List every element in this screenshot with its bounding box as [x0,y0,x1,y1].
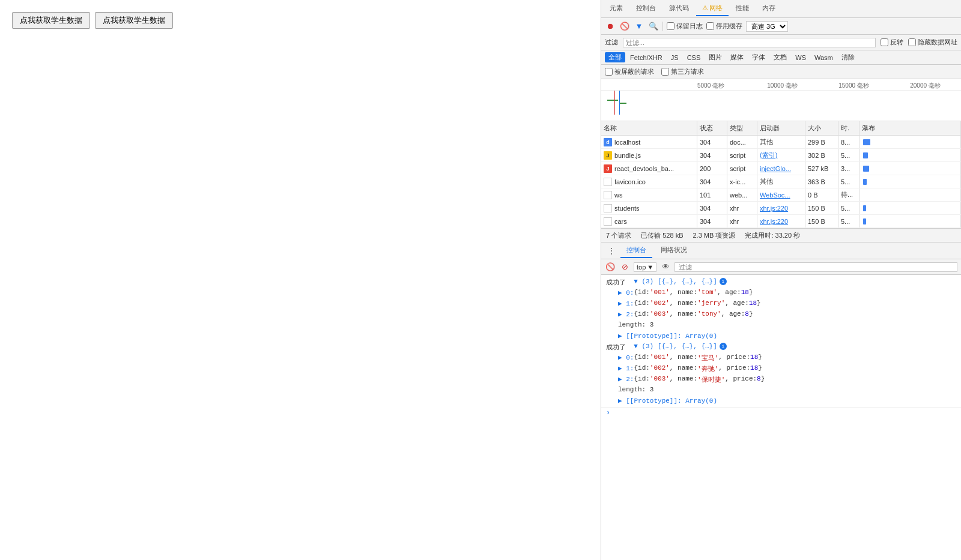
row-time-students: 5... [838,202,859,214]
blocked-requests-label[interactable]: 被屏蔽的请求 [605,67,654,76]
preserve-log-label[interactable]: 保留日志 [667,22,703,31]
type-font[interactable]: 字体 [748,52,769,62]
row-type-localhost: doc... [727,136,757,148]
expand-arrow-1[interactable]: ▼ (3) [{…}, {…}, {…}] [634,278,717,285]
devtools-panel: 元素 控制台 源代码 ⚠网络 性能 内存 ⏺ 🚫 ▼ 🔍 保留日志 停用缓存 高… [601,0,961,560]
car-2-id: '003' [650,375,670,382]
ws-icon [604,191,612,199]
get-students-button-1[interactable]: 点我获取学生数据 [12,12,90,29]
warning-icon: ⚠ [702,4,708,11]
disable-cache-checkbox[interactable] [706,22,714,30]
row-size-cars: 150 B [805,215,838,227]
expand-2[interactable]: ▶ 2: [618,310,634,318]
blocked-requests-checkbox[interactable] [605,68,613,76]
disable-cache-label[interactable]: 停用缓存 [706,22,742,31]
item-1-id: '002' [650,300,670,307]
table-row[interactable]: Jbundle.js 304 script (索引) 302 B 5... [601,149,961,162]
table-row[interactable]: students 304 xhr xhr.js:220 150 B 5... [601,202,961,215]
console-line-item-1: ▶ 1: {id: '002' , name: 'jerry' , age: 1… [601,299,961,310]
record-button[interactable]: ⏺ [605,21,616,32]
row-waterfall-favicon [859,175,961,188]
table-row[interactable]: cars 304 xhr xhr.js:220 150 B 5... [601,215,961,228]
table-row[interactable]: dlocalhost 304 doc... 其他 299 B 8... [601,136,961,149]
expand-1[interactable]: ▶ 1: [618,300,634,307]
row-name-favicon: favicon.ico [601,175,697,188]
car-1-end: } [758,364,762,372]
type-clear[interactable]: 清除 [838,52,858,62]
console-input[interactable] [614,409,956,417]
hide-data-urls-text: 隐藏数据网址 [918,38,957,47]
item-1-text: {id: [634,300,649,307]
search-button[interactable]: 🔍 [648,21,659,32]
row-name-react: Jreact_devtools_ba... [601,162,697,175]
expand-arrow-2[interactable]: ▼ (3) [{…}, {…}, {…}] [634,343,717,350]
preserve-log-checkbox[interactable] [667,22,675,30]
tab-console[interactable]: 控制台 [630,1,662,16]
type-img[interactable]: 图片 [705,52,726,62]
expand-car-2[interactable]: ▶ 2: [618,375,634,383]
row-type-favicon: x-ic... [727,175,757,188]
row-type-ws: web... [727,188,757,201]
request-count: 7 个请求 [606,231,631,240]
clear-button[interactable]: 🚫 [619,21,630,32]
proto-expand-1[interactable]: ▶ [[Prototype]]: Array(0) [618,332,717,340]
type-all[interactable]: 全部 [605,52,625,62]
expand-0[interactable]: ▶ 0: [618,289,634,297]
eye-icon[interactable]: 👁 [660,262,671,272]
doc-icon: d [604,138,612,146]
car-0-comma2: , price: [718,354,750,361]
header-status: 状态 [697,121,727,135]
invert-checkbox[interactable] [881,38,888,46]
table-row[interactable]: Jreact_devtools_ba... 200 script injectG… [601,162,961,175]
three-dots-icon[interactable]: ⋮ [605,246,618,256]
table-row[interactable]: favicon.ico 304 x-ic... 其他 363 B 5... [601,175,961,188]
filter-icon[interactable]: ▼ [634,21,644,32]
tab-elements[interactable]: 元素 [604,1,629,16]
type-fetch-xhr[interactable]: Fetch/XHR [626,53,666,62]
tab-network-status[interactable]: 网络状况 [655,243,693,258]
context-selector[interactable]: top ▼ [634,262,656,272]
car-1-comma2: , price: [718,364,750,372]
console-filter-input[interactable] [675,262,957,272]
car-0-name: '宝马' [697,354,718,363]
car-1-price: 18 [750,364,758,372]
row-status-favicon: 304 [697,175,727,188]
type-js[interactable]: JS [667,53,682,62]
console-clear-button[interactable]: 🚫 [605,262,616,272]
hide-data-urls-checkbox[interactable] [908,38,916,46]
network-toolbar: ⏺ 🚫 ▼ 🔍 保留日志 停用缓存 高速 3G [601,18,961,35]
console-no-icon[interactable]: ⊘ [619,262,630,272]
tab-console-bottom[interactable]: 控制台 [620,243,652,258]
network-status-bar: 7 个请求 已传输 528 kB 2.3 MB 项资源 完成用时: 33.20 … [601,228,961,242]
type-doc[interactable]: 文档 [770,52,790,62]
header-time: 时. [838,121,859,135]
tab-network[interactable]: ⚠网络 [696,1,729,16]
expand-car-1[interactable]: ▶ 1: [618,364,634,372]
car-1-comma1: , name: [670,364,697,372]
xhr-icon-cars [604,217,612,226]
hide-data-urls-label[interactable]: 隐藏数据网址 [908,38,957,47]
filter-input[interactable] [623,38,876,47]
table-row[interactable]: ws 101 web... WebSoc... 0 B 待... [601,188,961,202]
console-line-car-0: ▶ 0: {id: '001' , name: '宝马' , price: 18… [601,353,961,364]
type-css[interactable]: CSS [684,53,705,62]
type-ws[interactable]: WS [792,53,810,62]
tab-memory[interactable]: 内存 [756,1,781,16]
proto-expand-2[interactable]: ▶ [[Prototype]]: Array(0) [618,397,717,405]
type-media[interactable]: 媒体 [727,52,747,62]
item-0-name: 'tom' [697,289,717,296]
console-line-success-1: 成功了 ▼ (3) [{…}, {…}, {…}] i [601,277,961,288]
tab-sources[interactable]: 源代码 [663,1,695,16]
filter-row: 过滤 反转 隐藏数据网址 [601,35,961,50]
car-0-end: } [758,354,762,361]
row-size-bundle: 302 B [805,149,838,161]
third-party-label[interactable]: 第三方请求 [661,67,704,76]
expand-car-0[interactable]: ▶ 0: [618,354,634,361]
row-status-cars: 304 [697,215,727,227]
type-wasm[interactable]: Wasm [811,53,837,62]
get-students-button-2[interactable]: 点我获取学生数据 [95,12,173,29]
network-speed-select[interactable]: 高速 3G [746,21,788,32]
third-party-checkbox[interactable] [661,68,669,76]
invert-label[interactable]: 反转 [881,38,903,47]
tab-performance[interactable]: 性能 [730,1,755,16]
